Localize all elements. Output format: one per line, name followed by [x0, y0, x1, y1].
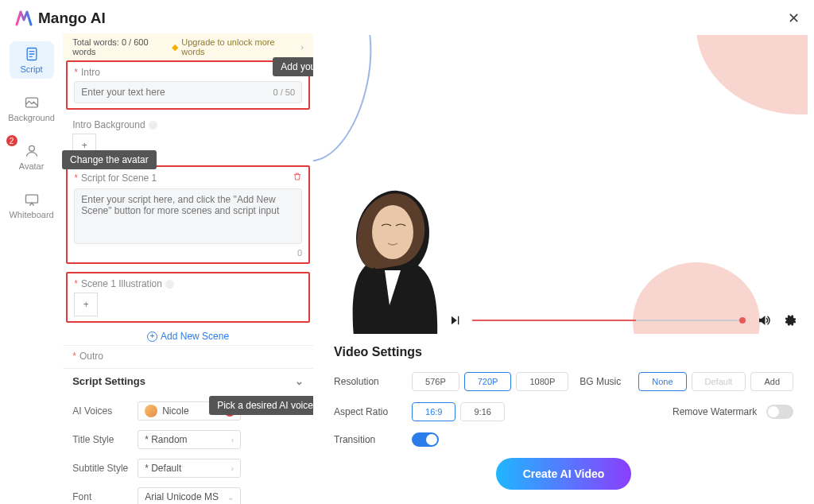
- title-style-label: Title Style: [72, 434, 130, 445]
- script-icon: [24, 46, 40, 62]
- info-icon: [149, 121, 157, 130]
- font-label: Font: [72, 491, 130, 502]
- scene-illus-label: Scene 1 Illustration: [81, 278, 162, 289]
- bgmusic-group: None Default Add: [638, 372, 793, 391]
- upgrade-link[interactable]: ◆ Upgrade to unlock more words ›: [172, 37, 304, 56]
- intro-counter: 0 / 50: [273, 87, 296, 97]
- sidebar: Script Background 2 Avatar Whiteboard Ch…: [0, 33, 63, 504]
- font-select[interactable]: Arial Unicode MS ⌄: [138, 487, 241, 504]
- aspect-ratio-label: Aspect Ratio: [334, 406, 401, 417]
- intro-highlight: 1 Add your content *Intro 0 / 50: [66, 60, 310, 110]
- background-icon: [24, 95, 40, 110]
- resolution-group: 576P 720P 1080P: [412, 372, 568, 391]
- avatar-icon: [24, 143, 40, 159]
- scene-counter: 0: [74, 248, 302, 258]
- gear-icon[interactable]: [782, 313, 797, 328]
- voice-avatar-icon: [145, 405, 157, 417]
- outro-label: Outro: [79, 351, 103, 362]
- total-words-text: Total words: 0 / 600 words: [72, 37, 172, 56]
- add-new-scene-button[interactable]: + Add New Scene: [63, 328, 313, 345]
- voice-name: Nicole: [162, 405, 188, 417]
- chevron-right-icon: ›: [231, 436, 234, 444]
- volume-icon[interactable]: [757, 313, 771, 328]
- word-count-bar: Total words: 0 / 600 words ◆ Upgrade to …: [63, 33, 313, 60]
- resolution-576p[interactable]: 576P: [412, 372, 459, 391]
- video-preview: [313, 35, 808, 334]
- script-panel: Total words: 0 / 600 words ◆ Upgrade to …: [63, 33, 313, 504]
- bgmusic-none[interactable]: None: [638, 372, 686, 391]
- remove-watermark-toggle[interactable]: [766, 405, 793, 419]
- brand: Mango AI: [14, 9, 106, 28]
- plus-circle-icon: +: [147, 331, 157, 342]
- resolution-label: Resolution: [334, 376, 401, 387]
- intro-label: Intro: [81, 67, 100, 78]
- tooltip-add-content: Add your content: [273, 57, 313, 76]
- video-settings-title: Video Settings: [334, 345, 793, 359]
- title-style-select[interactable]: * Random ›: [138, 430, 241, 449]
- resolution-1080p[interactable]: 1080P: [516, 372, 568, 391]
- sidebar-item-avatar[interactable]: 2 Avatar: [10, 138, 54, 176]
- brand-text: Mango AI: [38, 10, 106, 27]
- transition-toggle[interactable]: [412, 432, 439, 447]
- sidebar-item-whiteboard[interactable]: Whiteboard: [10, 187, 54, 224]
- aspect-9-16[interactable]: 9:16: [460, 402, 504, 421]
- avatar-preview: [313, 146, 469, 334]
- svg-point-2: [29, 145, 34, 151]
- script-settings-toggle[interactable]: Script Settings ⌄: [63, 368, 313, 394]
- bg-music-label: BG Music: [579, 376, 630, 387]
- chevron-right-icon: ›: [231, 464, 234, 473]
- create-video-button[interactable]: Create AI Video: [496, 458, 632, 490]
- diamond-icon: ◆: [172, 42, 178, 52]
- sidebar-item-script[interactable]: Script: [10, 41, 54, 79]
- illustration-highlight: *Scene 1 Illustration +: [66, 272, 310, 323]
- title-style-value: * Random: [145, 434, 187, 445]
- scene-highlight: *Script for Scene 1 0: [66, 165, 310, 264]
- bgmusic-add[interactable]: Add: [750, 372, 793, 391]
- bgmusic-default[interactable]: Default: [692, 372, 746, 391]
- subtitle-style-value: * Default: [145, 463, 181, 474]
- intro-bg-label: Intro Background: [72, 119, 145, 130]
- step-badge-2: 2: [6, 135, 17, 146]
- aspect-16-9[interactable]: 16:9: [412, 402, 455, 421]
- subtitle-style-select[interactable]: * Default ›: [138, 459, 241, 478]
- add-scene-label: Add New Scene: [161, 331, 229, 342]
- sidebar-item-label: Avatar: [19, 161, 45, 171]
- svg-point-4: [372, 205, 413, 259]
- font-value: Arial Unicode MS: [145, 491, 219, 502]
- close-icon[interactable]: ✕: [788, 10, 800, 27]
- tooltip-pick-voice: Pick a desired AI voice: [209, 396, 313, 415]
- bg-blob: [696, 35, 808, 114]
- svg-rect-3: [25, 195, 37, 203]
- scene-textarea[interactable]: [74, 188, 302, 244]
- upgrade-text: Upgrade to unlock more words: [181, 37, 297, 56]
- play-next-icon[interactable]: [448, 314, 461, 327]
- ai-voices-label: AI Voices: [72, 405, 130, 417]
- mango-logo-icon: [14, 9, 33, 28]
- sidebar-item-label: Script: [21, 64, 43, 74]
- preview-panel: Video Settings Resolution 576P 720P 1080…: [313, 33, 814, 504]
- resolution-720p[interactable]: 720P: [464, 372, 512, 391]
- chevron-right-icon: ›: [300, 42, 304, 52]
- remove-watermark-label: Remove Watermark: [673, 406, 758, 417]
- tooltip-change-avatar: Change the avatar: [62, 150, 157, 169]
- delete-scene-icon[interactable]: [293, 172, 302, 184]
- sidebar-item-background[interactable]: Background: [10, 90, 54, 127]
- sidebar-item-label: Background: [8, 113, 55, 122]
- video-settings-panel: Video Settings Resolution 576P 720P 1080…: [313, 334, 814, 504]
- scene-label: Script for Scene 1: [81, 173, 157, 184]
- transition-label: Transition: [334, 434, 401, 445]
- timeline-scrubber[interactable]: [472, 320, 746, 321]
- chevron-down-icon: ⌄: [227, 493, 234, 502]
- add-illustration-button[interactable]: +: [74, 293, 98, 316]
- subtitle-style-label: Subtitle Style: [72, 463, 130, 474]
- aspect-group: 16:9 9:16: [412, 402, 505, 421]
- chevron-down-icon: ⌄: [295, 375, 304, 387]
- info-icon: [165, 280, 174, 289]
- script-settings-title: Script Settings: [72, 375, 145, 387]
- whiteboard-icon: [24, 192, 40, 207]
- sidebar-item-label: Whiteboard: [9, 210, 53, 219]
- intro-input[interactable]: [81, 87, 273, 98]
